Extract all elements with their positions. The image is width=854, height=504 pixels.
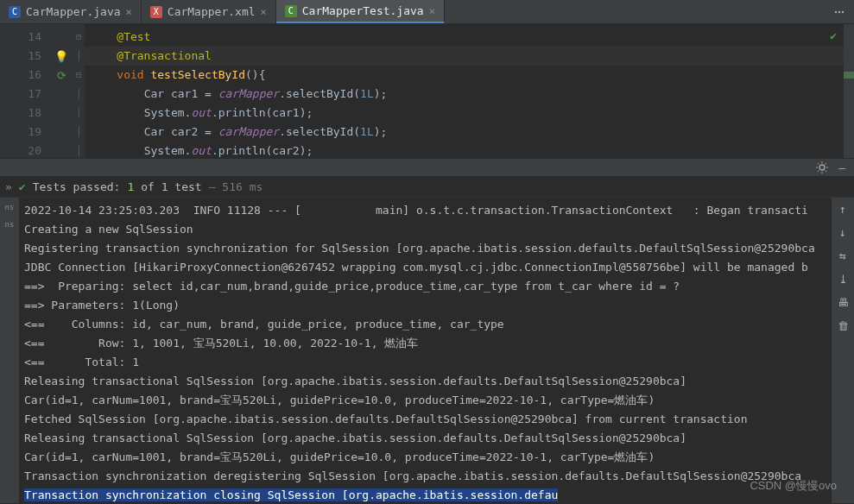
gutter-icons: 💡 ⟳ (50, 24, 73, 158)
ns-badge-icon[interactable]: ns (5, 220, 15, 229)
close-icon[interactable]: × (261, 6, 267, 18)
scroll-down-icon[interactable]: ↓ (839, 226, 846, 239)
test-time: – 516 ms (209, 180, 263, 193)
code-area[interactable]: @Test @Transactional void testSelectById… (85, 24, 854, 158)
code-editor[interactable]: 141516 17181920 💡 ⟳ ⊟ │ ⊟ ││││ @Test @Tr… (0, 24, 854, 158)
svg-point-0 (835, 10, 837, 12)
editor-minimap[interactable] (844, 24, 854, 158)
test-status-text: Tests passed: (33, 180, 121, 193)
fold-gutter: ⊟ │ ⊟ ││││ (73, 24, 85, 158)
soft-wrap-icon[interactable]: ⇆ (839, 249, 846, 262)
tab-label: CarMapper.xml (168, 5, 256, 18)
fold-handle-icon[interactable]: ⊟ (73, 28, 85, 47)
print-icon[interactable]: 🖶 (838, 296, 849, 309)
tab-carmapper-java[interactable]: C CarMapper.java × (0, 0, 142, 23)
test-pass-count: 1 (127, 180, 134, 193)
java-class-icon: C (9, 6, 21, 18)
tool-window-header: — (0, 158, 854, 177)
tab-carmappertest-java[interactable]: C CarMapperTest.java × (276, 0, 445, 23)
test-pass-icon: ✔ (19, 180, 26, 193)
console-right-toolbar: ↑ ↓ ⇆ ⤓ 🖶 🗑 (832, 198, 854, 503)
inspection-ok-icon[interactable]: ✔ (830, 29, 837, 42)
run-console: ns ns 2022-10-14 23:25:03.203 INFO 11128… (0, 198, 854, 503)
close-icon[interactable]: × (126, 6, 132, 18)
intention-bulb-icon[interactable]: 💡 (54, 50, 68, 63)
java-test-icon: C (285, 5, 297, 17)
minimize-icon[interactable]: — (838, 161, 845, 174)
svg-point-1 (838, 10, 840, 12)
console-output[interactable]: 2022-10-14 23:25:03.203 INFO 11128 --- [… (19, 198, 832, 503)
test-total-text: of 1 test (141, 180, 201, 193)
tab-label: CarMapperTest.java (302, 4, 424, 17)
fold-handle-icon[interactable]: ⊟ (73, 66, 85, 85)
line-number-gutter: 141516 17181920 (0, 24, 50, 158)
scroll-to-end-icon[interactable]: ⤓ (838, 273, 848, 286)
scroll-up-icon[interactable]: ↑ (839, 203, 846, 216)
svg-point-3 (819, 165, 825, 170)
tab-carmapper-xml[interactable]: X CarMapper.xml × (142, 0, 276, 23)
svg-point-2 (842, 10, 844, 12)
editor-tab-bar: C CarMapper.java × X CarMapper.xml × C C… (0, 0, 854, 24)
run-test-icon[interactable]: ⟳ (57, 69, 66, 82)
console-left-toolbar: ns ns (0, 198, 19, 503)
settings-icon[interactable] (816, 161, 828, 173)
expand-icon[interactable]: » (5, 180, 12, 193)
ns-badge-icon[interactable]: ns (5, 203, 15, 211)
tab-label: CarMapper.java (26, 5, 121, 18)
test-status-bar: » ✔ Tests passed: 1 of 1 test – 516 ms (0, 177, 854, 198)
xml-file-icon: X (150, 6, 162, 18)
close-icon[interactable]: × (429, 5, 435, 17)
tab-overflow-button[interactable] (825, 0, 854, 23)
clear-icon[interactable]: 🗑 (838, 319, 849, 332)
